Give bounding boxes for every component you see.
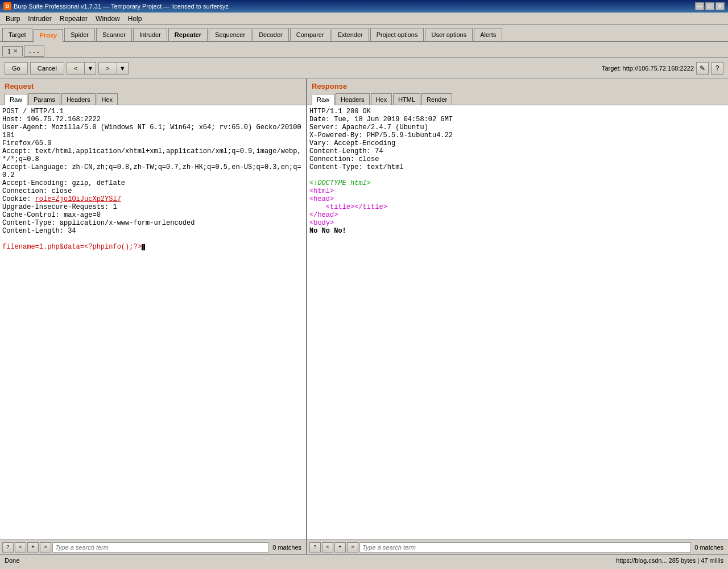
tab-sequencer[interactable]: Sequencer	[209, 28, 251, 41]
response-search-bar: ? < + > 0 matches	[307, 539, 728, 554]
req-line1: POST / HTTP/1.1 Host: 106.75.72.168:2222…	[2, 108, 301, 235]
edit-target-button[interactable]: ✎	[696, 62, 709, 75]
content-area: Request Raw Params Headers Hex POST / HT…	[0, 79, 728, 554]
resp-title-open: <title></title>	[326, 203, 387, 211]
request-search-help[interactable]: ?	[2, 542, 14, 552]
response-title: Response	[307, 79, 728, 92]
resp-head-open: <head>	[309, 195, 334, 203]
window-controls: — □ ✕	[695, 2, 725, 10]
menu-repeater[interactable]: Repeater	[56, 14, 91, 24]
response-search-matches: 0 matches	[692, 544, 726, 551]
resp-body-content: No No No!	[309, 227, 346, 235]
tab-scanner[interactable]: Scanner	[96, 28, 132, 41]
maximize-button[interactable]: □	[705, 2, 714, 10]
response-panel: Response Raw Headers Hex HTML Render HTT…	[307, 79, 728, 554]
request-search-prev[interactable]: <	[15, 542, 26, 552]
go-button[interactable]: Go	[5, 62, 28, 75]
back-group: < ▼	[67, 62, 96, 75]
request-search-input[interactable]	[52, 542, 269, 552]
resp-head-close: </head>	[309, 211, 338, 219]
repeater-tab-1-label: 1	[7, 48, 11, 55]
response-search-next[interactable]: >	[347, 542, 358, 552]
menu-help[interactable]: Help	[125, 14, 146, 24]
title-bar: B Burp Suite Professional v1.7.31 — Temp…	[0, 0, 728, 13]
app-icon: B	[3, 2, 11, 10]
response-tab-render[interactable]: Render	[421, 93, 452, 105]
tab-target[interactable]: Target	[2, 28, 32, 41]
target-label: Target: http://106.75.72.168:2222	[602, 65, 694, 72]
back-button[interactable]: <	[67, 62, 85, 75]
request-text-area[interactable]: POST / HTTP/1.1 Host: 106.75.72.168:2222…	[0, 105, 306, 539]
menu-window[interactable]: Window	[92, 14, 123, 24]
response-search-input[interactable]	[359, 542, 691, 552]
tab-repeater[interactable]: Repeater	[168, 28, 208, 41]
tab-comparer[interactable]: Comparer	[290, 28, 330, 41]
response-tab-hex[interactable]: Hex	[371, 93, 392, 105]
minimize-button[interactable]: —	[695, 2, 704, 10]
menu-burp[interactable]: Burp	[2, 14, 23, 24]
response-search-prev[interactable]: <	[322, 542, 333, 552]
request-search-next[interactable]: >	[40, 542, 51, 552]
tab-user-options[interactable]: User options	[425, 28, 473, 41]
forward-group: > ▼	[98, 62, 128, 75]
close-button[interactable]: ✕	[715, 2, 725, 10]
resp-doctype: <!DOCTYPE html>	[309, 179, 371, 187]
help-button[interactable]: ?	[711, 62, 723, 75]
request-tab-params[interactable]: Params	[28, 93, 60, 105]
tab-project-options[interactable]: Project options	[370, 28, 424, 41]
repeater-tab-more[interactable]: ...	[24, 46, 44, 57]
request-title: Request	[0, 79, 306, 92]
tab-intruder[interactable]: Intruder	[133, 28, 167, 41]
forward-button[interactable]: >	[98, 62, 117, 75]
resp-headers: HTTP/1.1 200 OK Date: Tue, 18 Jun 2019 0…	[309, 108, 453, 171]
response-tab-headers[interactable]: Headers	[336, 93, 370, 105]
response-tab-html[interactable]: HTML	[393, 93, 420, 105]
resp-html-open: <html>	[309, 187, 334, 195]
toolbar: Go Cancel < ▼ > ▼ Target: http://106.75.…	[0, 58, 728, 79]
tab-spider[interactable]: Spider	[64, 28, 95, 41]
request-search-matches: 0 matches	[270, 544, 304, 551]
response-text-area[interactable]: HTTP/1.1 200 OK Date: Tue, 18 Jun 2019 0…	[307, 105, 728, 539]
tab-decoder[interactable]: Decoder	[253, 28, 289, 41]
cursor: |	[142, 244, 145, 250]
status-right: https://blog.csdn... 285 bytes | 47 mill…	[616, 557, 723, 564]
response-content: HTTP/1.1 200 OK Date: Tue, 18 Jun 2019 0…	[307, 105, 728, 539]
response-search-next-plus[interactable]: +	[334, 542, 346, 552]
cancel-button[interactable]: Cancel	[30, 62, 64, 75]
main-tabs: Target Proxy Spider Scanner Intruder Rep…	[0, 25, 728, 42]
menu-bar: Burp Intruder Repeater Window Help	[0, 13, 728, 25]
tab-extender[interactable]: Extender	[332, 28, 369, 41]
menu-intruder[interactable]: Intruder	[24, 14, 55, 24]
response-tab-raw[interactable]: Raw	[312, 94, 334, 105]
cookie-link[interactable]: role=Zjo1OiJucXp2YSl7	[35, 195, 121, 203]
window-title: Burp Suite Professional v1.7.31 — Tempor…	[14, 3, 229, 10]
resp-body-open: <body>	[309, 219, 334, 227]
response-tabs: Raw Headers Hex HTML Render	[307, 92, 728, 105]
repeater-tab-1[interactable]: 1 ✕	[2, 46, 23, 56]
request-content: POST / HTTP/1.1 Host: 106.75.72.168:2222…	[0, 105, 306, 539]
request-search-next-plus[interactable]: +	[27, 542, 39, 552]
repeater-tabs: 1 ✕ ...	[0, 42, 728, 58]
forward-dropdown-button[interactable]: ▼	[117, 62, 129, 75]
request-tabs: Raw Params Headers Hex	[0, 92, 306, 105]
request-tab-hex[interactable]: Hex	[97, 93, 118, 105]
title-text: B Burp Suite Professional v1.7.31 — Temp…	[3, 2, 229, 10]
request-tab-raw[interactable]: Raw	[5, 94, 27, 105]
request-search-bar: ? < + > 0 matches	[0, 539, 306, 554]
req-post-data: filename=1.php&data=<?phpinfo();?>	[2, 243, 142, 251]
tab-proxy[interactable]: Proxy	[34, 29, 64, 42]
toolbar-left: Go Cancel < ▼ > ▼	[5, 62, 129, 75]
status-left: Done	[5, 557, 19, 564]
response-search-help[interactable]: ?	[309, 542, 321, 552]
repeater-tab-1-close[interactable]: ✕	[13, 48, 18, 54]
request-panel: Request Raw Params Headers Hex POST / HT…	[0, 79, 307, 554]
target-info: Target: http://106.75.72.168:2222 ✎ ?	[602, 62, 723, 75]
back-dropdown-button[interactable]: ▼	[85, 62, 96, 75]
tab-alerts[interactable]: Alerts	[474, 28, 502, 41]
status-bar: Done https://blog.csdn... 285 bytes | 47…	[0, 554, 728, 566]
request-tab-headers[interactable]: Headers	[61, 93, 96, 105]
